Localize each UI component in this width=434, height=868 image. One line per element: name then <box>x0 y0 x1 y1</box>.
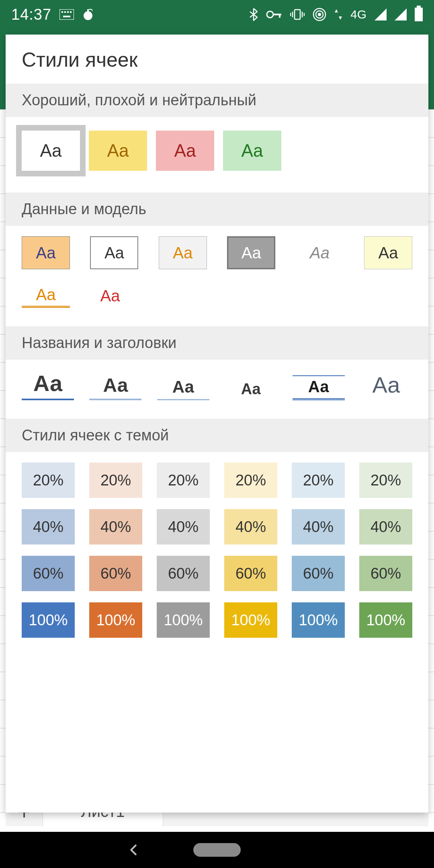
status-bar: 14:37 4G <box>0 0 434 29</box>
style-sample-label: Aa <box>36 286 56 304</box>
theme-accent6-40%[interactable]: 40% <box>359 509 412 545</box>
theme-percent-label: 20% <box>100 472 131 489</box>
theme-accent4-100%[interactable]: 100% <box>224 602 277 638</box>
theme-accent3-20%[interactable]: 20% <box>157 463 210 498</box>
theme-percent-label: 20% <box>303 472 334 489</box>
style-calculation[interactable]: Aa <box>22 236 70 269</box>
section-themed-body: 20%20%20%20%20%20%40%40%40%40%40%40%60%6… <box>6 452 428 656</box>
heading-sample-label: Аа <box>241 381 261 397</box>
theme-percent-label: 100% <box>366 612 405 629</box>
theme-percent-label: 100% <box>29 612 68 629</box>
theme-accent1-60%[interactable]: 60% <box>22 556 75 591</box>
heading-sample-label: Аа <box>103 375 128 396</box>
style-note[interactable]: Aa <box>364 236 412 269</box>
theme-percent-label: 60% <box>303 565 334 582</box>
theme-accent6-20%[interactable]: 20% <box>359 463 412 498</box>
theme-percent-label: 20% <box>235 472 266 489</box>
style-sample-label: Aa <box>242 244 261 262</box>
section-data-model-header: Данные и модель <box>6 192 428 226</box>
section-good-bad-header: Хороший, плохой и нейтральный <box>6 84 428 117</box>
style-check-cell[interactable]: Aa <box>90 236 138 269</box>
back-button[interactable] <box>127 843 140 857</box>
style-bad-warn[interactable]: Aa <box>89 131 147 171</box>
theme-accent4-60%[interactable]: 60% <box>224 556 277 591</box>
heading-sample-label: Аа <box>308 378 329 395</box>
style-linked-cell[interactable]: Aa <box>22 284 70 308</box>
style-warning-text[interactable]: Aa <box>86 284 134 308</box>
style-sample-label: Aa <box>36 244 56 262</box>
svg-point-6 <box>84 11 92 20</box>
heading-sample-label: Аа <box>172 377 194 396</box>
style-bad[interactable]: Aa <box>156 131 214 171</box>
keyboard-icon <box>59 9 74 20</box>
theme-accent1-40%[interactable]: 40% <box>22 509 75 545</box>
theme-accent6-100%[interactable]: 100% <box>359 602 412 638</box>
section-data-model-body: AaAaAaAaAaAa AaAa <box>6 226 428 326</box>
theme-accent5-20%[interactable]: 20% <box>292 463 345 498</box>
svg-rect-2 <box>64 11 66 13</box>
theme-accent4-40%[interactable]: 40% <box>224 509 277 545</box>
theme-percent-label: 60% <box>371 565 401 582</box>
style-sample-label: Aa <box>100 287 120 305</box>
battery-icon <box>415 8 423 21</box>
style-sample-label: Aa <box>310 244 330 262</box>
theme-accent6-60%[interactable]: 60% <box>359 556 412 591</box>
style-input[interactable]: Aa <box>159 236 207 269</box>
style-heading-1[interactable]: Аа <box>22 370 74 400</box>
style-explanatory[interactable]: Aa <box>296 236 344 269</box>
style-heading-3[interactable]: Аа <box>157 377 209 400</box>
home-pill[interactable] <box>193 843 241 857</box>
svg-point-16 <box>318 13 321 16</box>
style-output[interactable]: Aa <box>227 236 275 269</box>
section-themed-header: Стили ячеек с темой <box>6 419 428 452</box>
theme-accent5-100%[interactable]: 100% <box>292 602 345 638</box>
hotspot-icon <box>313 8 326 21</box>
theme-accent2-100%[interactable]: 100% <box>89 602 142 638</box>
svg-rect-10 <box>279 14 280 18</box>
network-type: 4G <box>350 8 366 21</box>
theme-percent-label: 100% <box>96 612 135 629</box>
theme-accent3-60%[interactable]: 60% <box>157 556 210 591</box>
style-sample-label: Aa <box>378 244 398 262</box>
section-good-bad-body: AaAaAaAa <box>6 117 428 192</box>
theme-percent-label: 100% <box>299 612 338 629</box>
theme-accent1-100%[interactable]: 100% <box>22 602 75 638</box>
svg-rect-4 <box>70 11 72 13</box>
theme-accent2-20%[interactable]: 20% <box>89 463 142 498</box>
theme-percent-label: 40% <box>303 518 334 536</box>
section-headings-header: Названия и заголовки <box>6 326 428 360</box>
signal-icon-1 <box>375 8 387 20</box>
bluetooth-icon <box>249 8 258 21</box>
theme-accent4-20%[interactable]: 20% <box>224 463 277 498</box>
theme-percent-label: 60% <box>33 565 63 582</box>
theme-percent-label: 60% <box>235 565 266 582</box>
theme-accent1-20%[interactable]: 20% <box>22 463 75 498</box>
style-heading-4[interactable]: Аа <box>225 381 277 400</box>
style-good[interactable]: Aa <box>223 131 281 171</box>
style-neutral[interactable]: Aa <box>22 131 80 171</box>
theme-accent3-40%[interactable]: 40% <box>157 509 210 545</box>
theme-percent-label: 40% <box>371 518 401 536</box>
theme-percent-label: 60% <box>168 565 199 582</box>
panel-title: Стили ячеек <box>6 35 428 84</box>
style-sample-label: Aa <box>40 141 62 161</box>
section-headings-body: АаАаАаАаАаАа <box>6 360 428 419</box>
theme-percent-label: 100% <box>164 612 203 629</box>
theme-percent-label: 40% <box>168 518 199 536</box>
theme-percent-label: 20% <box>33 472 63 489</box>
style-sample-label: Aa <box>242 141 263 161</box>
theme-accent3-100%[interactable]: 100% <box>157 602 210 638</box>
theme-accent2-60%[interactable]: 60% <box>89 556 142 591</box>
theme-accent5-40%[interactable]: 40% <box>292 509 345 545</box>
bomb-icon <box>82 8 94 20</box>
theme-percent-label: 100% <box>231 612 270 629</box>
heading-sample-label: Аа <box>372 372 400 397</box>
theme-accent5-60%[interactable]: 60% <box>292 556 345 591</box>
theme-percent-label: 40% <box>100 518 131 536</box>
heading-sample-label: Аа <box>33 371 62 396</box>
style-heading-2[interactable]: Аа <box>89 374 141 400</box>
theme-accent2-40%[interactable]: 40% <box>89 509 142 545</box>
style-total[interactable]: Аа <box>293 375 345 400</box>
style-title[interactable]: Аа <box>360 372 412 400</box>
svg-rect-5 <box>63 16 70 17</box>
